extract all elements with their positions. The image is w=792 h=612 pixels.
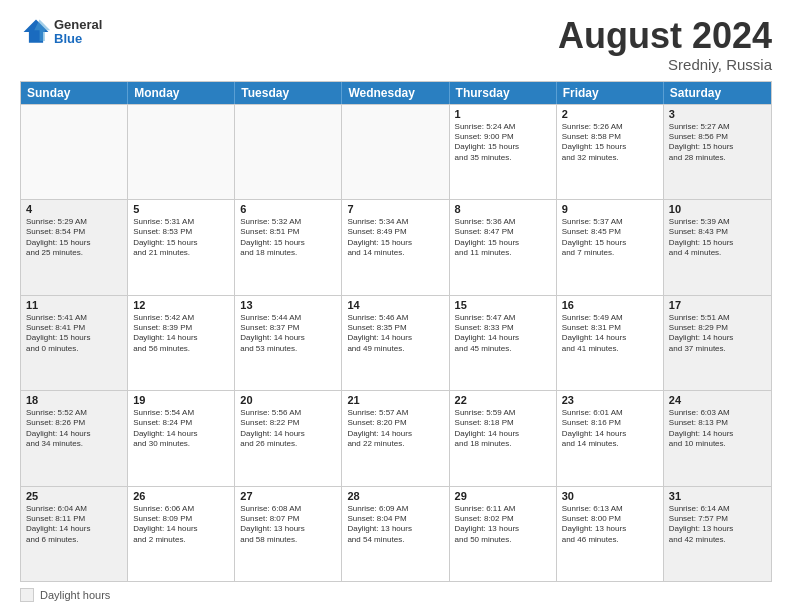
- calendar-cell: 11Sunrise: 5:41 AM Sunset: 8:41 PM Dayli…: [21, 296, 128, 390]
- day-number: 28: [347, 490, 443, 502]
- cell-text: Sunrise: 5:37 AM Sunset: 8:45 PM Dayligh…: [562, 217, 658, 259]
- cell-text: Sunrise: 5:36 AM Sunset: 8:47 PM Dayligh…: [455, 217, 551, 259]
- day-number: 15: [455, 299, 551, 311]
- calendar-cell: 17Sunrise: 5:51 AM Sunset: 8:29 PM Dayli…: [664, 296, 771, 390]
- cell-text: Sunrise: 6:09 AM Sunset: 8:04 PM Dayligh…: [347, 504, 443, 546]
- calendar-cell: 18Sunrise: 5:52 AM Sunset: 8:26 PM Dayli…: [21, 391, 128, 485]
- cell-text: Sunrise: 5:56 AM Sunset: 8:22 PM Dayligh…: [240, 408, 336, 450]
- cell-text: Sunrise: 5:57 AM Sunset: 8:20 PM Dayligh…: [347, 408, 443, 450]
- title-block: August 2024 Sredniy, Russia: [558, 16, 772, 73]
- day-number: 20: [240, 394, 336, 406]
- calendar-body: 1Sunrise: 5:24 AM Sunset: 9:00 PM Daylig…: [21, 104, 771, 581]
- calendar-header-cell: Thursday: [450, 82, 557, 104]
- cell-text: Sunrise: 5:26 AM Sunset: 8:58 PM Dayligh…: [562, 122, 658, 164]
- day-number: 26: [133, 490, 229, 502]
- day-number: 8: [455, 203, 551, 215]
- cell-text: Sunrise: 5:44 AM Sunset: 8:37 PM Dayligh…: [240, 313, 336, 355]
- day-number: 23: [562, 394, 658, 406]
- day-number: 1: [455, 108, 551, 120]
- main-title: August 2024: [558, 16, 772, 56]
- day-number: 11: [26, 299, 122, 311]
- calendar-cell: 13Sunrise: 5:44 AM Sunset: 8:37 PM Dayli…: [235, 296, 342, 390]
- cell-text: Sunrise: 6:01 AM Sunset: 8:16 PM Dayligh…: [562, 408, 658, 450]
- calendar-cell: 28Sunrise: 6:09 AM Sunset: 8:04 PM Dayli…: [342, 487, 449, 581]
- cell-text: Sunrise: 5:51 AM Sunset: 8:29 PM Dayligh…: [669, 313, 766, 355]
- calendar-cell: 9Sunrise: 5:37 AM Sunset: 8:45 PM Daylig…: [557, 200, 664, 294]
- calendar-cell: 7Sunrise: 5:34 AM Sunset: 8:49 PM Daylig…: [342, 200, 449, 294]
- calendar-cell: [235, 105, 342, 199]
- cell-text: Sunrise: 5:59 AM Sunset: 8:18 PM Dayligh…: [455, 408, 551, 450]
- calendar-header-cell: Tuesday: [235, 82, 342, 104]
- cell-text: Sunrise: 5:54 AM Sunset: 8:24 PM Dayligh…: [133, 408, 229, 450]
- calendar-cell: [342, 105, 449, 199]
- day-number: 17: [669, 299, 766, 311]
- cell-text: Sunrise: 5:31 AM Sunset: 8:53 PM Dayligh…: [133, 217, 229, 259]
- day-number: 30: [562, 490, 658, 502]
- cell-text: Sunrise: 5:29 AM Sunset: 8:54 PM Dayligh…: [26, 217, 122, 259]
- calendar-cell: 16Sunrise: 5:49 AM Sunset: 8:31 PM Dayli…: [557, 296, 664, 390]
- cell-text: Sunrise: 5:34 AM Sunset: 8:49 PM Dayligh…: [347, 217, 443, 259]
- calendar-cell: 25Sunrise: 6:04 AM Sunset: 8:11 PM Dayli…: [21, 487, 128, 581]
- cell-text: Sunrise: 5:47 AM Sunset: 8:33 PM Dayligh…: [455, 313, 551, 355]
- calendar-header-cell: Saturday: [664, 82, 771, 104]
- cell-text: Sunrise: 5:32 AM Sunset: 8:51 PM Dayligh…: [240, 217, 336, 259]
- calendar-row: 11Sunrise: 5:41 AM Sunset: 8:41 PM Dayli…: [21, 295, 771, 390]
- page: General Blue August 2024 Sredniy, Russia…: [0, 0, 792, 612]
- day-number: 9: [562, 203, 658, 215]
- calendar-header-cell: Friday: [557, 82, 664, 104]
- day-number: 18: [26, 394, 122, 406]
- day-number: 7: [347, 203, 443, 215]
- calendar-cell: 27Sunrise: 6:08 AM Sunset: 8:07 PM Dayli…: [235, 487, 342, 581]
- legend-box: [20, 588, 34, 602]
- cell-text: Sunrise: 5:27 AM Sunset: 8:56 PM Dayligh…: [669, 122, 766, 164]
- calendar-cell: 15Sunrise: 5:47 AM Sunset: 8:33 PM Dayli…: [450, 296, 557, 390]
- cell-text: Sunrise: 6:03 AM Sunset: 8:13 PM Dayligh…: [669, 408, 766, 450]
- logo: General Blue: [20, 16, 102, 48]
- day-number: 25: [26, 490, 122, 502]
- cell-text: Sunrise: 5:49 AM Sunset: 8:31 PM Dayligh…: [562, 313, 658, 355]
- calendar-cell: 5Sunrise: 5:31 AM Sunset: 8:53 PM Daylig…: [128, 200, 235, 294]
- logo-icon: [20, 16, 52, 48]
- cell-text: Sunrise: 6:04 AM Sunset: 8:11 PM Dayligh…: [26, 504, 122, 546]
- calendar-row: 18Sunrise: 5:52 AM Sunset: 8:26 PM Dayli…: [21, 390, 771, 485]
- calendar-cell: 19Sunrise: 5:54 AM Sunset: 8:24 PM Dayli…: [128, 391, 235, 485]
- calendar-cell: 21Sunrise: 5:57 AM Sunset: 8:20 PM Dayli…: [342, 391, 449, 485]
- calendar-cell: 22Sunrise: 5:59 AM Sunset: 8:18 PM Dayli…: [450, 391, 557, 485]
- cell-text: Sunrise: 5:41 AM Sunset: 8:41 PM Dayligh…: [26, 313, 122, 355]
- calendar-cell: 2Sunrise: 5:26 AM Sunset: 8:58 PM Daylig…: [557, 105, 664, 199]
- calendar-cell: 4Sunrise: 5:29 AM Sunset: 8:54 PM Daylig…: [21, 200, 128, 294]
- calendar-row: 1Sunrise: 5:24 AM Sunset: 9:00 PM Daylig…: [21, 104, 771, 199]
- calendar-cell: 1Sunrise: 5:24 AM Sunset: 9:00 PM Daylig…: [450, 105, 557, 199]
- cell-text: Sunrise: 5:24 AM Sunset: 9:00 PM Dayligh…: [455, 122, 551, 164]
- calendar-cell: 3Sunrise: 5:27 AM Sunset: 8:56 PM Daylig…: [664, 105, 771, 199]
- day-number: 21: [347, 394, 443, 406]
- calendar-cell: 24Sunrise: 6:03 AM Sunset: 8:13 PM Dayli…: [664, 391, 771, 485]
- day-number: 13: [240, 299, 336, 311]
- day-number: 6: [240, 203, 336, 215]
- day-number: 31: [669, 490, 766, 502]
- day-number: 22: [455, 394, 551, 406]
- calendar-cell: 23Sunrise: 6:01 AM Sunset: 8:16 PM Dayli…: [557, 391, 664, 485]
- day-number: 12: [133, 299, 229, 311]
- calendar-cell: 26Sunrise: 6:06 AM Sunset: 8:09 PM Dayli…: [128, 487, 235, 581]
- day-number: 14: [347, 299, 443, 311]
- footer: Daylight hours: [20, 588, 772, 602]
- calendar-cell: 14Sunrise: 5:46 AM Sunset: 8:35 PM Dayli…: [342, 296, 449, 390]
- calendar-cell: [21, 105, 128, 199]
- day-number: 10: [669, 203, 766, 215]
- calendar-cell: 6Sunrise: 5:32 AM Sunset: 8:51 PM Daylig…: [235, 200, 342, 294]
- calendar-cell: 8Sunrise: 5:36 AM Sunset: 8:47 PM Daylig…: [450, 200, 557, 294]
- day-number: 27: [240, 490, 336, 502]
- calendar-row: 25Sunrise: 6:04 AM Sunset: 8:11 PM Dayli…: [21, 486, 771, 581]
- day-number: 29: [455, 490, 551, 502]
- cell-text: Sunrise: 6:06 AM Sunset: 8:09 PM Dayligh…: [133, 504, 229, 546]
- calendar-cell: 12Sunrise: 5:42 AM Sunset: 8:39 PM Dayli…: [128, 296, 235, 390]
- day-number: 16: [562, 299, 658, 311]
- calendar-cell: [128, 105, 235, 199]
- day-number: 19: [133, 394, 229, 406]
- calendar-cell: 29Sunrise: 6:11 AM Sunset: 8:02 PM Dayli…: [450, 487, 557, 581]
- cell-text: Sunrise: 6:13 AM Sunset: 8:00 PM Dayligh…: [562, 504, 658, 546]
- calendar-header-row: SundayMondayTuesdayWednesdayThursdayFrid…: [21, 82, 771, 104]
- day-number: 2: [562, 108, 658, 120]
- cell-text: Sunrise: 5:46 AM Sunset: 8:35 PM Dayligh…: [347, 313, 443, 355]
